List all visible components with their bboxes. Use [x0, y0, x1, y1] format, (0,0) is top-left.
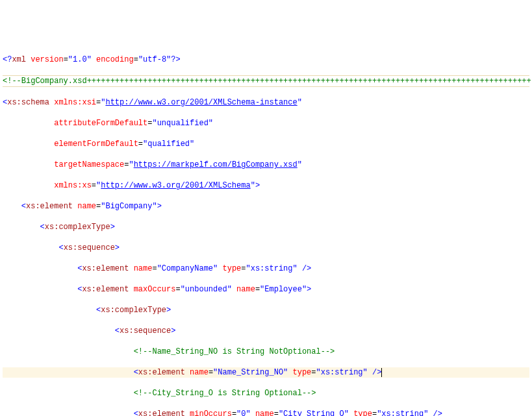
- line: <xs:sequence>: [3, 243, 529, 253]
- line: <xs:element name="CompanyName" type="xs:…: [3, 263, 529, 274]
- line: <!--City_String_O is String Optional-->: [3, 388, 529, 398]
- line: targetNamespace="https://markpelf.com/Bi…: [3, 160, 529, 170]
- line: <?xml version="1.0" encoding="utf-8"?>: [3, 55, 529, 65]
- line: elementFormDefault="qualified": [3, 139, 529, 149]
- line: xmlns:xs="http://www.w3.org/2001/XMLSche…: [3, 180, 529, 191]
- line: <xs:element maxOccurs="unbounded" name="…: [3, 284, 529, 295]
- line: <xs:element name="BigCompany">: [3, 201, 529, 212]
- line: <xs:sequence>: [3, 326, 529, 336]
- highlighted-line: <xs:element name="Name_String_NO" type="…: [3, 367, 529, 378]
- cursor-icon: [381, 368, 382, 377]
- line: attributeFormDefault="unqualified": [3, 118, 529, 128]
- line: <xs:schema xmlns:xsi="http://www.w3.org/…: [3, 97, 529, 108]
- line: <xs:complexType>: [3, 305, 529, 315]
- line: <xs:complexType>: [3, 222, 529, 232]
- line: <!--Name_String_NO is String NotOptional…: [3, 347, 529, 357]
- line: <xs:element minOccurs="0" name="City_Str…: [3, 409, 529, 416]
- code-block: <?xml version="1.0" encoding="utf-8"?> <…: [3, 44, 529, 416]
- line: <!--BigCompany.xsd++++++++++++++++++++++…: [3, 75, 529, 87]
